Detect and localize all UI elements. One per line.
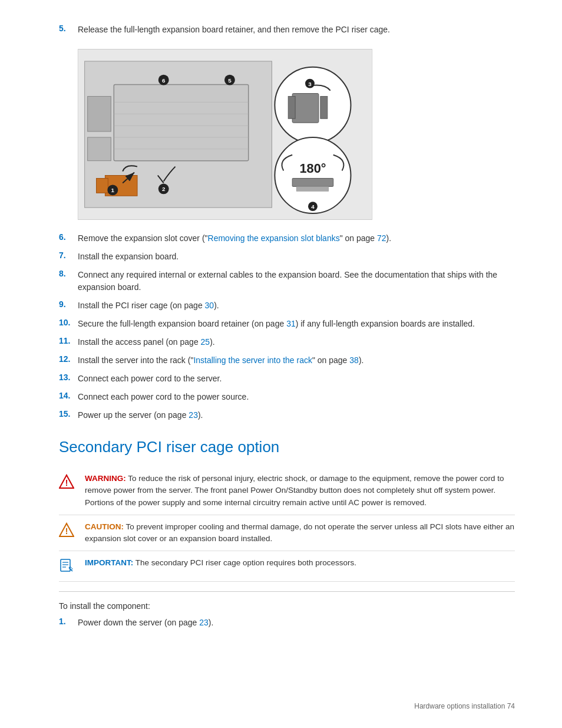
step-5-text: Release the full-length expansion board …: [78, 24, 515, 36]
caution-notice: ! CAUTION: To prevent improper cooling a…: [59, 515, 515, 552]
step-12-text: Install the server into the rack ("Insta…: [78, 354, 515, 367]
link-page-23b[interactable]: 23: [189, 410, 198, 420]
step-15-text: Power up the server (on page 23).: [78, 409, 515, 421]
link-page-25[interactable]: 25: [201, 337, 210, 347]
bottom-step-1-number: 1.: [59, 617, 78, 626]
step-13-number: 13.: [59, 373, 78, 382]
important-body: The secondary PCI riser cage option requ…: [133, 558, 356, 567]
caution-body: To prevent improper cooling and thermal …: [85, 522, 514, 543]
caution-triangle-icon: !: [59, 522, 80, 539]
step-10-number: 10.: [59, 318, 78, 327]
step-13: 13. Connect each power cord to the serve…: [59, 373, 515, 385]
warning-body: To reduce the risk of personal injury, e…: [85, 474, 504, 507]
step-6-text: Remove the expansion slot cover ("Removi…: [78, 232, 515, 245]
svg-rect-30: [292, 178, 333, 186]
important-text: IMPORTANT: The secondary PCI riser cage …: [85, 557, 356, 569]
svg-rect-31: [296, 186, 329, 191]
link-page-31[interactable]: 31: [286, 319, 296, 328]
step-11-text: Install the access panel (on page 25).: [78, 336, 515, 348]
caution-label: CAUTION:: [85, 522, 124, 531]
link-installing-server-rack[interactable]: Installing the server into the rack: [193, 355, 312, 365]
to-install-text: To install the component:: [59, 601, 515, 611]
svg-text:5: 5: [228, 77, 232, 84]
svg-text:1: 1: [111, 187, 115, 193]
bottom-step-1: 1. Power down the server (on page 23).: [59, 617, 515, 629]
bottom-step-1-text: Power down the server (on page 23).: [78, 617, 515, 629]
link-page-23c[interactable]: 23: [199, 618, 209, 627]
warning-label: WARNING:: [85, 474, 126, 483]
svg-text:!: !: [65, 526, 68, 536]
page-footer: Hardware options installation 74: [414, 702, 515, 710]
step-9-number: 9.: [59, 299, 78, 309]
important-notice: IMPORTANT: The secondary PCI riser cage …: [59, 551, 515, 582]
diagram-image: 1 2 5 6 3 180°: [78, 49, 372, 220]
svg-text:3: 3: [308, 81, 312, 87]
step-14-text: Connect each power cord to the power sou…: [78, 391, 515, 403]
step-8-text: Connect any required internal or externa…: [78, 269, 515, 294]
important-label: IMPORTANT:: [85, 558, 133, 567]
step-14: 14. Connect each power cord to the power…: [59, 391, 515, 403]
caution-text: CAUTION: To prevent improper cooling and…: [85, 521, 515, 545]
step-10: 10. Secure the full-length expansion boa…: [59, 318, 515, 330]
link-page-30[interactable]: 30: [205, 301, 214, 310]
footer-text: Hardware options installation 74: [414, 702, 515, 710]
step-13-text: Connect each power cord to the server.: [78, 373, 515, 385]
svg-text:6: 6: [162, 77, 166, 84]
section-title: Secondary PCI riser cage option: [59, 438, 515, 456]
step-12-number: 12.: [59, 354, 78, 364]
step-5: 5. Release the full-length expansion boa…: [59, 24, 515, 36]
step-6: 6. Remove the expansion slot cover ("Rem…: [59, 232, 515, 245]
link-removing-slot-blanks[interactable]: Removing the expansion slot blanks: [208, 233, 340, 243]
svg-rect-23: [292, 93, 319, 123]
step-7: 7. Install the expansion board.: [59, 251, 515, 263]
step-11-number: 11.: [59, 336, 78, 345]
step-8-number: 8.: [59, 269, 78, 278]
step-11: 11. Install the access panel (on page 25…: [59, 336, 515, 348]
step-14-number: 14.: [59, 391, 78, 400]
step-6-number: 6.: [59, 232, 78, 242]
svg-text:!: !: [65, 478, 68, 487]
svg-rect-24: [288, 96, 295, 118]
svg-rect-25: [320, 96, 328, 118]
step-15-number: 15.: [59, 409, 78, 419]
svg-rect-11: [97, 178, 108, 193]
warning-notice: ! WARNING: To reduce the risk of persona…: [59, 467, 515, 515]
step-7-text: Install the expansion board.: [78, 251, 515, 263]
svg-text:180°: 180°: [299, 161, 326, 176]
step-15: 15. Power up the server (on page 23).: [59, 409, 515, 421]
warning-triangle-icon: !: [59, 474, 80, 491]
step-9-text: Install the PCI riser cage (on page 30).: [78, 299, 515, 312]
svg-rect-9: [88, 137, 111, 161]
svg-text:4: 4: [311, 203, 315, 210]
warning-text: WARNING: To reduce the risk of personal …: [85, 473, 515, 509]
svg-rect-39: [61, 559, 70, 571]
svg-text:2: 2: [162, 186, 166, 192]
step-8: 8. Connect any required internal or exte…: [59, 269, 515, 294]
svg-marker-44: [69, 566, 72, 570]
step-7-number: 7.: [59, 251, 78, 260]
step-12: 12. Install the server into the rack ("I…: [59, 354, 515, 367]
step-5-number: 5.: [59, 24, 78, 33]
link-page-72[interactable]: 72: [377, 233, 386, 243]
svg-rect-8: [88, 96, 111, 131]
link-page-38[interactable]: 38: [349, 355, 359, 365]
step-10-text: Secure the full-length expansion board r…: [78, 318, 515, 330]
step-9: 9. Install the PCI riser cage (on page 3…: [59, 299, 515, 312]
svg-rect-2: [114, 85, 248, 161]
important-note-icon: [59, 558, 80, 575]
